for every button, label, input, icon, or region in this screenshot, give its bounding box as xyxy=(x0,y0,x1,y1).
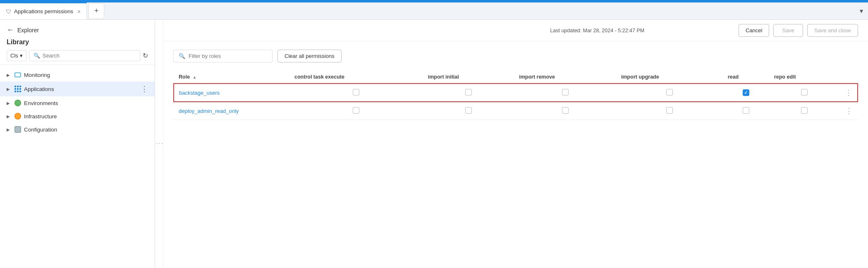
sidebar-header: ← Explorer Library Cls ▾ 🔍 ↻ xyxy=(0,20,155,65)
library-title: Library xyxy=(7,38,148,46)
checkbox-cell-import-remove[interactable] xyxy=(514,102,616,120)
col-header-control-task-execute: control task execute xyxy=(289,71,423,84)
cls-dropdown[interactable]: Cls ▾ xyxy=(7,50,26,61)
checkbox-cell-read[interactable] xyxy=(723,102,769,120)
table-row: deploy_admin_read_only xyxy=(174,102,858,120)
sidebar-item-label: Environments xyxy=(24,100,148,106)
search-row: Cls ▾ 🔍 ↻ xyxy=(7,50,148,61)
checkbox-cell-repo-edit[interactable] xyxy=(769,102,840,120)
save-button[interactable]: Save xyxy=(773,24,803,37)
read-checkbox[interactable] xyxy=(743,107,749,114)
checkbox-cell-import-initial[interactable] xyxy=(423,84,514,102)
back-button[interactable]: ← Explorer xyxy=(7,26,148,34)
checkbox-cell-import-upgrade[interactable] xyxy=(616,84,723,102)
checkbox-cell-import-upgrade[interactable] xyxy=(616,102,723,120)
back-label: Explorer xyxy=(17,27,39,34)
content-header: Last updated: Mar 28, 2024 - 5:22:47 PM … xyxy=(163,20,868,41)
col-header-import-remove: import remove xyxy=(514,71,616,84)
table-body: backstage_users xyxy=(174,84,858,120)
sidebar-item-label: Infrastructure xyxy=(24,113,148,120)
sidebar-item-environments[interactable]: ▶ Environments xyxy=(0,96,155,110)
checkbox-cell-import-initial[interactable] xyxy=(423,102,514,120)
checkbox-cell-control-task-execute[interactable] xyxy=(289,84,423,102)
sidebar-item-label: Monitoring xyxy=(24,72,148,78)
control-task-execute-checkbox[interactable] xyxy=(353,89,359,96)
tab-applications-permissions[interactable]: 🛡 Applications permissions × xyxy=(0,2,87,19)
back-arrow-icon: ← xyxy=(7,26,14,34)
checkbox-cell-read[interactable] xyxy=(723,84,769,102)
permissions-table: Role ▲ control task execute import initi… xyxy=(173,71,858,120)
sidebar-item-infrastructure[interactable]: ▶ Infrastructure xyxy=(0,110,155,123)
table-header: Role ▲ control task execute import initi… xyxy=(174,71,858,84)
header-actions: Cancel Save Save and close xyxy=(739,24,858,37)
content-area: Last updated: Mar 28, 2024 - 5:22:47 PM … xyxy=(163,20,868,268)
filter-row: 🔍 Clear all permissions xyxy=(173,50,858,62)
row-actions-cell[interactable]: ⋮ xyxy=(840,84,858,102)
sidebar-item-label: Applications xyxy=(24,86,138,92)
cls-chevron-icon: ▾ xyxy=(20,53,23,59)
col-header-actions xyxy=(840,71,858,84)
shield-icon: 🛡 xyxy=(6,8,12,15)
sidebar-item-label: Configuration xyxy=(24,127,148,133)
repo-edit-checkbox[interactable] xyxy=(801,107,808,114)
monitor-icon xyxy=(14,71,22,79)
expand-icon: ▶ xyxy=(7,114,12,119)
cls-label: Cls xyxy=(10,53,18,59)
clear-all-permissions-button[interactable]: Clear all permissions xyxy=(277,50,342,62)
tab-close-button[interactable]: × xyxy=(77,8,81,15)
checkbox-cell-control-task-execute[interactable] xyxy=(289,102,423,120)
expand-icon: ▶ xyxy=(7,127,12,132)
filter-by-roles-input[interactable] xyxy=(189,53,267,59)
env-icon xyxy=(14,99,22,107)
tab-bar: 🛡 Applications permissions × + ▾ xyxy=(0,2,868,20)
table-row: backstage_users xyxy=(174,84,858,102)
row-more-options-icon[interactable]: ⋮ xyxy=(845,107,853,115)
permissions-content: 🔍 Clear all permissions Role ▲ control t… xyxy=(163,41,868,268)
import-initial-checkbox[interactable] xyxy=(465,107,472,114)
expand-icon: ▶ xyxy=(7,87,12,91)
apps-icon xyxy=(14,85,22,93)
expand-icon: ▶ xyxy=(7,101,12,105)
row-actions-cell[interactable]: ⋮ xyxy=(840,102,858,120)
import-initial-checkbox[interactable] xyxy=(465,89,472,96)
col-header-role: Role ▲ xyxy=(174,71,289,84)
save-and-close-button[interactable]: Save and close xyxy=(807,24,858,37)
tab-add-button[interactable]: + xyxy=(88,3,104,19)
search-icon: 🔍 xyxy=(33,53,40,59)
control-task-execute-checkbox[interactable] xyxy=(353,107,359,114)
import-upgrade-checkbox[interactable] xyxy=(666,89,673,96)
dots-icon: ⋮ xyxy=(155,140,164,148)
cancel-button[interactable]: Cancel xyxy=(739,24,769,37)
col-header-repo-edit: repo edit xyxy=(769,71,840,84)
checkbox-cell-import-remove[interactable] xyxy=(514,84,616,102)
repo-edit-checkbox[interactable] xyxy=(801,89,808,96)
refresh-button[interactable]: ↻ xyxy=(143,52,148,60)
more-options-icon[interactable]: ⋮ xyxy=(141,84,148,93)
main-layout: ← Explorer Library Cls ▾ 🔍 ↻ ▶ xyxy=(0,20,868,268)
nav-tree: ▶ Monitoring ▶ Applications ⋮ ▶ Envir xyxy=(0,65,155,268)
sidebar-resize-handle[interactable]: ⋮ xyxy=(155,20,163,268)
sidebar-item-configuration[interactable]: ▶ Configuration xyxy=(0,123,155,136)
filter-search-icon: 🔍 xyxy=(179,53,185,59)
sidebar-item-monitoring[interactable]: ▶ Monitoring xyxy=(0,68,155,81)
read-checkbox[interactable] xyxy=(743,89,749,96)
tab-chevron-button[interactable]: ▾ xyxy=(855,7,868,15)
checkbox-cell-repo-edit[interactable] xyxy=(769,84,840,102)
tab-label: Applications permissions xyxy=(14,8,73,14)
config-icon xyxy=(14,126,22,133)
import-remove-checkbox[interactable] xyxy=(562,89,569,96)
row-more-options-icon[interactable]: ⋮ xyxy=(845,89,852,97)
search-box[interactable]: 🔍 xyxy=(29,50,140,61)
role-cell: backstage_users xyxy=(174,84,289,102)
col-header-import-initial: import initial xyxy=(423,71,514,84)
import-upgrade-checkbox[interactable] xyxy=(666,107,673,114)
col-header-read: read xyxy=(723,71,769,84)
filter-input-container[interactable]: 🔍 xyxy=(173,50,273,62)
sidebar: ← Explorer Library Cls ▾ 🔍 ↻ ▶ xyxy=(0,20,155,268)
import-remove-checkbox[interactable] xyxy=(562,107,569,114)
last-updated-text: Last updated: Mar 28, 2024 - 5:22:47 PM xyxy=(456,28,739,34)
col-header-import-upgrade: import upgrade xyxy=(616,71,723,84)
sidebar-item-applications[interactable]: ▶ Applications ⋮ xyxy=(0,81,155,96)
search-input[interactable] xyxy=(43,53,136,59)
expand-icon: ▶ xyxy=(7,73,12,77)
